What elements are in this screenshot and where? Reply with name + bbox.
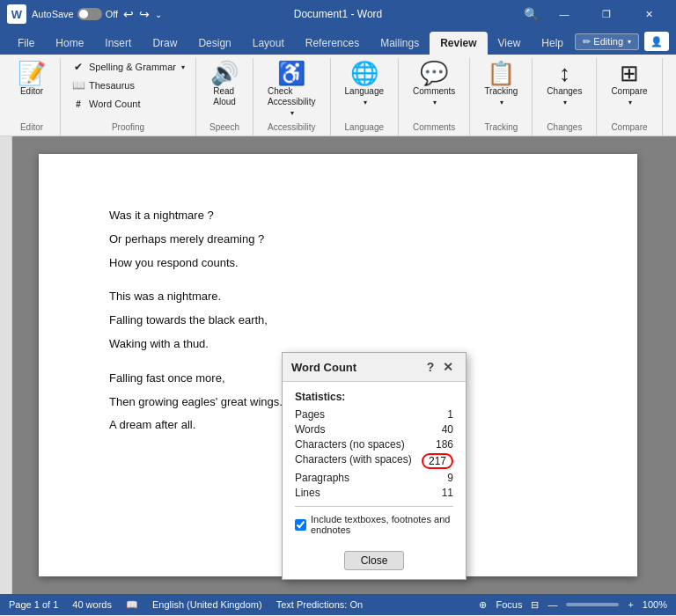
zoom-in-button[interactable]: +	[628, 599, 633, 610]
stat-pages-value: 1	[447, 408, 453, 421]
dialog-help-button[interactable]: ?	[422, 358, 439, 376]
autosave-toggle[interactable]	[77, 8, 102, 20]
read-aloud-button[interactable]: 🔊 ReadAloud	[203, 58, 246, 111]
ribbon-group-tracking-content: 📋 Tracking ▾	[477, 58, 525, 121]
ribbon-group-protect-content: 🔒 Protect ▾	[670, 58, 676, 121]
zoom-out-button[interactable]: —	[547, 599, 557, 610]
undo-icon[interactable]: ↩	[123, 7, 134, 21]
search-icon[interactable]: 🔍	[524, 7, 539, 21]
ribbon-group-proofing-content: ✔ Spelling & Grammar ▾ 📖 Thesaurus # Wor…	[68, 58, 188, 121]
include-textboxes-label: Include textboxes, footnotes and endnote…	[311, 514, 453, 535]
close-button[interactable]: ✕	[628, 0, 669, 28]
autosave-label: AutoSave	[32, 9, 74, 19]
tab-view[interactable]: View	[488, 32, 532, 55]
tab-references[interactable]: References	[295, 32, 370, 55]
customize-qat-icon[interactable]: ⌄	[155, 10, 162, 19]
dialog-close-icon-button[interactable]: ✕	[439, 358, 457, 376]
ribbon-group-changes: ↕ Changes ▾ Changes	[533, 58, 597, 136]
tracking-button[interactable]: 📋 Tracking ▾	[477, 58, 525, 110]
paragraph-6: Waking with a thud.	[109, 335, 567, 354]
comments-label: Comments	[413, 86, 455, 97]
autosave-state: Off	[106, 9, 118, 19]
paragraph-4: This was a nightmare.	[109, 288, 567, 306]
accessibility-icon: ♿	[277, 62, 305, 84]
proofing-col: ✔ Spelling & Grammar ▾ 📖 Thesaurus # Wor…	[68, 58, 188, 113]
layout-icon[interactable]: ⊟	[531, 599, 539, 611]
redo-icon[interactable]: ↪	[139, 7, 150, 21]
window-controls: — ❐ ✕	[544, 0, 669, 28]
word-count-button[interactable]: # Word Count	[68, 95, 188, 113]
tracking-label: Tracking	[484, 86, 518, 97]
tab-home[interactable]: Home	[45, 32, 94, 55]
stat-pages-label: Pages	[295, 408, 325, 421]
spelling-grammar-button[interactable]: ✔ Spelling & Grammar ▾	[68, 58, 188, 76]
spelling-icon: ✔	[71, 60, 85, 74]
zoom-bar	[566, 603, 619, 606]
language-label: Language	[345, 86, 385, 97]
ribbon-group-tracking: 📋 Tracking ▾ Tracking	[470, 58, 533, 136]
ribbon-group-accessibility-content: ♿ CheckAccessibility ▾	[261, 58, 322, 121]
tab-design[interactable]: Design	[187, 32, 241, 55]
ribbon-group-editor-content: 📝 Editor	[11, 58, 53, 121]
include-textboxes-checkbox[interactable]	[295, 519, 306, 531]
ribbon-group-accessibility: ♿ CheckAccessibility ▾ Accessibility	[254, 58, 330, 136]
minimize-button[interactable]: —	[544, 0, 584, 28]
dialog-close-button[interactable]: Close	[344, 551, 405, 570]
share-button[interactable]: 👤	[644, 32, 669, 51]
ribbon-group-comments-label: Comments	[406, 122, 462, 132]
ribbon-group-editor: 📝 Editor Editor	[4, 58, 61, 136]
ribbon-group-speech-label: Speech	[203, 122, 246, 132]
status-bar: Page 1 of 1 40 words 📖 English (United K…	[0, 594, 676, 615]
restore-button[interactable]: ❐	[586, 0, 627, 28]
ribbon-group-protect: 🔒 Protect ▾ Protect	[663, 58, 676, 136]
tab-review[interactable]: Review	[430, 32, 487, 55]
ribbon-group-compare-content: ⊞ Compare ▾	[604, 58, 654, 121]
ribbon-group-tracking-label: Tracking	[477, 122, 525, 132]
autosave-control[interactable]: AutoSave Off	[32, 8, 118, 20]
changes-button[interactable]: ↕ Changes ▾	[540, 58, 589, 110]
changes-label: Changes	[547, 86, 582, 97]
editing-mode-icon: ✏	[583, 36, 591, 48]
tab-mailings[interactable]: Mailings	[370, 32, 430, 55]
stat-lines: Lines 11	[295, 487, 453, 499]
ribbon-group-speech: 🔊 ReadAloud Speech	[196, 58, 254, 136]
ribbon-group-proofing: ✔ Spelling & Grammar ▾ 📖 Thesaurus # Wor…	[61, 58, 196, 136]
comments-button[interactable]: 💬 Comments ▾	[406, 58, 462, 110]
focus-label[interactable]: Focus	[496, 599, 522, 610]
editing-mode-label: Editing	[593, 36, 623, 47]
language-status: English (United Kingdom)	[152, 599, 262, 610]
compare-button[interactable]: ⊞ Compare ▾	[604, 58, 654, 110]
stat-lines-value: 11	[442, 487, 453, 499]
language-icon: 🌐	[350, 62, 378, 84]
thesaurus-button[interactable]: 📖 Thesaurus	[68, 77, 188, 94]
comments-dropdown: ▾	[433, 99, 437, 106]
tab-file[interactable]: File	[7, 32, 45, 55]
stat-words-label: Words	[295, 423, 325, 436]
thesaurus-icon: 📖	[71, 78, 85, 92]
ribbon-group-comments-content: 💬 Comments ▾	[406, 58, 462, 121]
title-bar-right: 🔍 — ❐ ✕	[448, 0, 669, 28]
ribbon-group-language-label: Language	[338, 122, 392, 132]
stat-chars-with-spaces: Characters (with spaces) 217	[295, 453, 453, 469]
ribbon: 📝 Editor Editor ✔ Spelling & Grammar ▾ 📖…	[0, 55, 676, 136]
ribbon-group-compare-label: Compare	[604, 122, 654, 132]
spelling-label: Spelling & Grammar	[89, 62, 176, 72]
word-count-dialog: Word Count ? ✕ Statistics: Pages 1 Words…	[282, 352, 467, 580]
tab-draw[interactable]: Draw	[142, 32, 187, 55]
editor-button[interactable]: 📝 Editor	[11, 58, 53, 100]
editing-mode-button[interactable]: ✏ Editing ▾	[575, 33, 639, 50]
stat-paragraphs-label: Paragraphs	[295, 472, 349, 484]
ribbon-tabs: File Home Insert Draw Design Layout Refe…	[0, 28, 676, 55]
focus-icon[interactable]: ⊕	[479, 599, 487, 611]
protect-button[interactable]: 🔒 Protect ▾	[670, 58, 676, 110]
page-info: Page 1 of 1	[9, 599, 58, 610]
title-bar: W AutoSave Off ↩ ↪ ⌄ Document1 - Word 🔍 …	[0, 0, 676, 28]
language-button[interactable]: 🌐 Language ▾	[338, 58, 392, 110]
ribbon-group-changes-label: Changes	[540, 122, 589, 132]
tab-insert[interactable]: Insert	[94, 32, 142, 55]
tab-help[interactable]: Help	[531, 32, 574, 55]
read-aloud-label: ReadAloud	[213, 86, 236, 107]
tab-layout[interactable]: Layout	[242, 32, 295, 55]
check-accessibility-button[interactable]: ♿ CheckAccessibility ▾	[261, 58, 322, 121]
left-edge	[0, 136, 12, 594]
